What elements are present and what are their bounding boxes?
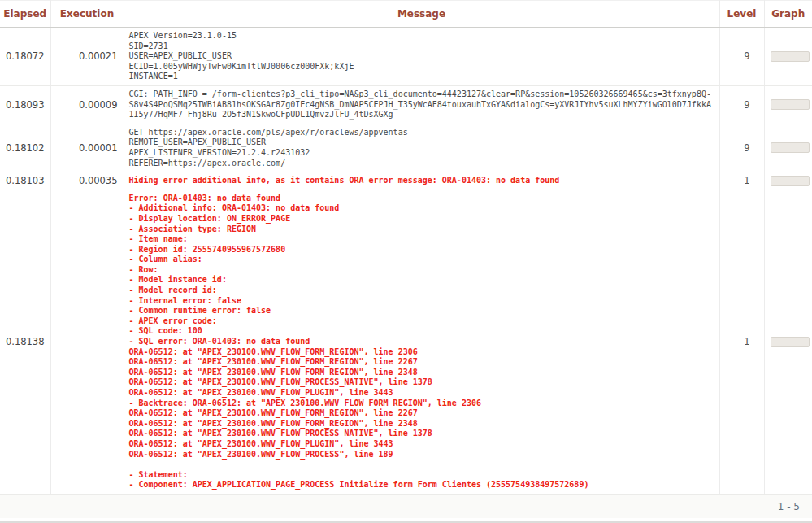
column-header-message[interactable]: Message [124,1,719,28]
execution-value: 0.00035 [50,172,124,190]
table-row: 0.18093 0.00009 CGI: PATH_INFO = /form-c… [0,85,812,124]
message-value: APEX Version=23.1.0-15 SID=2731 USER=APE… [124,28,719,86]
level-value: 9 [719,124,764,172]
column-header-level[interactable]: Level [719,1,764,28]
message-value: Hiding error additional_info, as it cont… [124,172,719,190]
table-row-error: 0.18138 - Error: ORA-01403: no data foun… [0,190,812,494]
elapsed-value: 0.18138 [0,190,50,494]
graph-bar [771,142,810,153]
execution-value: 0.00001 [50,124,124,172]
message-value: CGI: PATH_INFO = /form-clientes?p3_cli_t… [124,85,719,124]
report-footer: 1 - 5 [0,495,812,518]
graph-cell [764,28,812,86]
graph-cell [764,124,812,172]
table-row: 0.18072 0.00021 APEX Version=23.1.0-15 S… [0,28,812,86]
graph-bar [771,51,810,62]
graph-cell [764,172,812,190]
graph-bar [771,99,810,110]
elapsed-value: 0.18103 [0,172,50,190]
table-row: 0.18102 0.00001 GET https://apex.oracle.… [0,124,812,172]
table-row-error: 0.18103 0.00035 Hiding error additional_… [0,172,812,190]
elapsed-value: 0.18072 [0,28,50,86]
level-value: 9 [719,28,764,86]
level-value: 1 [719,190,764,494]
execution-value: 0.00021 [50,28,124,86]
graph-cell [764,190,812,494]
execution-value: - [50,190,124,494]
level-value: 1 [719,172,764,190]
graph-bar [771,337,810,347]
message-value: GET https://apex.oracle.com/pls/apex/r/o… [124,124,719,172]
level-value: 9 [719,85,764,124]
pagination-label: 1 - 5 [778,501,800,512]
column-header-elapsed[interactable]: Elapsed [0,1,50,28]
elapsed-value: 0.18093 [0,85,50,124]
message-value: Error: ORA-01403: no data found - Additi… [124,190,719,494]
elapsed-value: 0.18102 [0,124,50,172]
table-header: Elapsed Execution Message Level Graph [0,1,812,28]
graph-bar [771,176,810,186]
column-header-execution[interactable]: Execution [50,1,124,28]
execution-value: 0.00009 [50,85,124,124]
graph-cell [764,85,812,124]
column-header-graph[interactable]: Graph [764,1,812,28]
debug-log-table: Elapsed Execution Message Level Graph 0.… [0,0,812,495]
